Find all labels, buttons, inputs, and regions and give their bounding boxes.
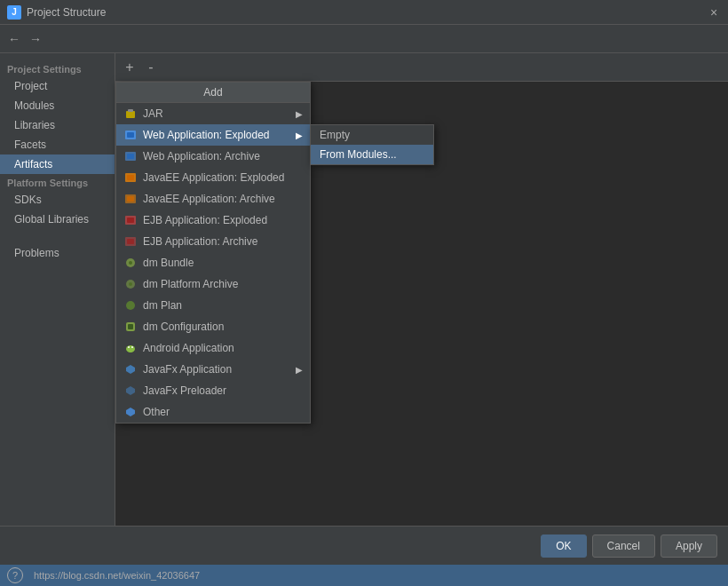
submenu-item-empty[interactable]: Empty [311, 125, 433, 145]
sidebar-item-artifacts[interactable]: Artifacts [0, 154, 115, 174]
dm-bundle-icon [123, 256, 138, 270]
svg-point-24 [131, 346, 133, 348]
dm-plan-icon [123, 298, 138, 313]
platform-settings-label: Platform Settings [0, 174, 115, 190]
svg-rect-20 [128, 324, 133, 329]
sidebar-item-modules[interactable]: Modules [0, 96, 115, 115]
javafx-arrow: ▶ [296, 365, 303, 375]
close-button[interactable]: × [707, 5, 721, 20]
web-exploded-arrow: ▶ [296, 131, 303, 140]
help-button[interactable]: ? [7, 567, 23, 583]
svg-marker-25 [126, 365, 135, 374]
menu-item-dm-config-label: dm Configuration [143, 321, 224, 333]
menu-item-web-archive[interactable]: Web Application: Archive [116, 146, 310, 167]
web-exploded-icon [123, 128, 138, 142]
android-icon [123, 341, 138, 355]
svg-rect-5 [127, 154, 134, 159]
add-dropdown-menu: Add JAR ▶ Web Application [115, 82, 311, 424]
javafx-icon [123, 362, 138, 376]
svg-rect-9 [127, 196, 134, 202]
app-icon: J [7, 5, 21, 20]
other-icon [123, 405, 138, 419]
jar-icon [123, 107, 138, 121]
title-bar-text: Project Structure [27, 6, 707, 19]
sidebar-item-problems[interactable]: Problems [0, 243, 115, 263]
svg-rect-11 [127, 218, 134, 223]
sidebar-item-project[interactable]: Project [0, 76, 115, 96]
forward-button[interactable]: → [25, 28, 46, 50]
status-url: https://blog.csdn.net/weixin_42036647 [34, 570, 200, 581]
menu-item-javafx-preloader[interactable]: JavaFx Preloader [116, 380, 310, 401]
cancel-button[interactable]: Cancel [592, 535, 655, 558]
submenu: Empty From Modules... [310, 124, 434, 165]
svg-rect-0 [126, 111, 135, 118]
sidebar-item-sdks[interactable]: SDKs [0, 190, 115, 210]
right-panel: + - Add JAR ▶ [115, 53, 728, 526]
main-container: ← → Project Settings Project Modules Lib… [0, 25, 728, 586]
svg-point-23 [128, 346, 130, 348]
menu-item-dm-platform-label: dm Platform Archive [143, 278, 238, 290]
ejb-archive-icon [123, 234, 138, 249]
sidebar-item-libraries[interactable]: Libraries [0, 115, 115, 135]
status-bar: ? https://blog.csdn.net/weixin_42036647 [0, 565, 728, 586]
menu-item-javafx-label: JavaFx Application [143, 363, 232, 376]
menu-item-web-exploded-label: Web Application: Exploded [143, 129, 270, 141]
dm-config-icon [123, 320, 138, 334]
menu-item-jar-label: JAR [143, 107, 163, 120]
sidebar-item-facets[interactable]: Facets [0, 135, 115, 154]
dropdown-header: Add [116, 83, 310, 103]
svg-rect-1 [128, 109, 133, 112]
sidebar: Project Settings Project Modules Librari… [0, 53, 115, 526]
menu-item-other[interactable]: Other [116, 401, 310, 423]
add-button[interactable]: + [119, 57, 140, 78]
menu-item-javaee-exploded[interactable]: JavaEE Application: Exploded [116, 167, 310, 188]
menu-item-javafx[interactable]: JavaFx Application ▶ [116, 359, 310, 380]
menu-item-web-archive-label: Web Application: Archive [143, 150, 260, 162]
ok-button[interactable]: OK [541, 535, 586, 558]
menu-item-web-exploded[interactable]: Web Application: Exploded ▶ Empty From M… [116, 124, 310, 146]
menu-item-dm-bundle-label: dm Bundle [143, 257, 194, 269]
javafx-preloader-icon [123, 384, 138, 398]
top-toolbar: ← → [0, 25, 728, 53]
panel-toolbar: + - [115, 53, 728, 82]
menu-item-dm-bundle[interactable]: dm Bundle [116, 252, 310, 273]
javaee-archive-icon [123, 192, 138, 206]
menu-item-javaee-archive[interactable]: JavaEE Application: Archive [116, 188, 310, 210]
menu-item-ejb-exploded-label: EJB Application: Exploded [143, 214, 267, 226]
submenu-item-from-modules[interactable]: From Modules... [311, 145, 433, 164]
menu-item-dm-plan[interactable]: dm Plan [116, 295, 310, 316]
menu-item-dm-plan-label: dm Plan [143, 299, 182, 312]
sidebar-item-global-libraries[interactable]: Global Libraries [0, 210, 115, 229]
menu-item-dm-platform[interactable]: dm Platform Archive [116, 273, 310, 295]
menu-item-ejb-exploded[interactable]: EJB Application: Exploded [116, 210, 310, 231]
jar-arrow: ▶ [296, 109, 303, 119]
title-bar: J Project Structure × [0, 0, 728, 25]
web-archive-icon [123, 149, 138, 163]
status-bar-left: ? https://blog.csdn.net/weixin_42036647 [7, 567, 200, 583]
menu-item-javafx-preloader-label: JavaFx Preloader [143, 384, 226, 397]
dm-platform-icon [123, 277, 138, 291]
ejb-exploded-icon [123, 213, 138, 227]
remove-button[interactable]: - [140, 57, 162, 78]
menu-item-other-label: Other [143, 406, 170, 418]
menu-item-javaee-exploded-label: JavaEE Application: Exploded [143, 171, 284, 184]
dropdown-overlay: Add JAR ▶ Web Application [115, 82, 311, 424]
menu-item-android[interactable]: Android Application [116, 337, 310, 359]
button-row: OK Cancel Apply [0, 526, 728, 565]
menu-item-ejb-archive-label: EJB Application: Archive [143, 235, 257, 248]
menu-item-javaee-archive-label: JavaEE Application: Archive [143, 193, 275, 205]
svg-marker-26 [126, 386, 135, 395]
back-button[interactable]: ← [4, 28, 25, 50]
javaee-exploded-icon [123, 170, 138, 185]
menu-item-android-label: Android Application [143, 342, 234, 354]
content-area: Project Settings Project Modules Librari… [0, 53, 728, 526]
svg-rect-7 [127, 175, 134, 180]
svg-marker-27 [126, 408, 135, 416]
svg-point-18 [126, 301, 135, 310]
svg-point-15 [129, 261, 132, 265]
menu-item-dm-config[interactable]: dm Configuration [116, 316, 310, 337]
menu-item-jar[interactable]: JAR ▶ [116, 103, 310, 124]
menu-item-ejb-archive[interactable]: EJB Application: Archive [116, 231, 310, 252]
apply-button[interactable]: Apply [661, 535, 717, 558]
svg-rect-3 [127, 132, 134, 138]
